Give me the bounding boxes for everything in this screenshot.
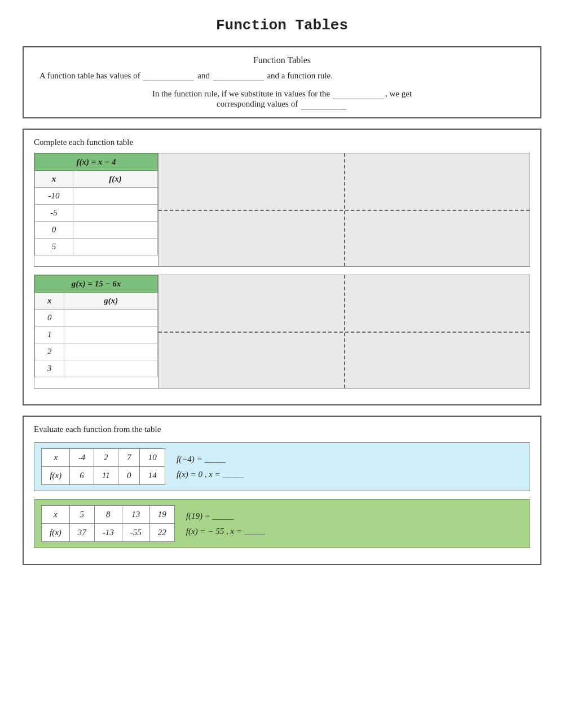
x-cell: -5 [35,205,73,222]
x-cell: 0 [35,310,64,327]
table-row: x-42710 [42,449,165,467]
table1-col1: x [35,171,73,188]
table1-col2: f(x) [73,171,158,188]
table-row: 0 [35,222,158,239]
blank-input[interactable] [213,71,264,81]
table-row: 5 [35,239,158,255]
eval-q1-2: f(19) = _____ [186,511,265,521]
x-cell: 5 [35,239,73,255]
graph-area-1 [158,153,530,266]
h-axis-2 [158,332,530,333]
table2-col2: g(x) [64,293,158,310]
x-cell: 1 [35,327,64,343]
fx-cell[interactable] [73,239,158,255]
eval-table-2: x581319f(x)37-13-5522 [41,505,175,542]
table-row: f(x)37-13-5522 [42,524,175,542]
cell-value: -4 [70,449,94,467]
evaluate-label: Evaluate each function from the table [34,425,530,434]
eval-q2-1: f(x) = 0 , x = _____ [177,470,244,479]
blank-input[interactable] [333,89,384,99]
table-row: 0 [35,310,158,327]
table-row: x581319 [42,506,175,524]
complete-label: Complete each function table [34,138,530,147]
cell-value: 11 [94,467,118,485]
table-row: -5 [35,205,158,222]
x-cell: 2 [35,343,64,360]
x-cell: 0 [35,222,73,239]
table-row: -10 [35,188,158,205]
complete-section: Complete each function table f(x) = x − … [23,129,541,405]
cell-value: 2 [94,449,118,467]
evaluate-section: Evaluate each function from the table x-… [23,416,541,565]
cell-value: 14 [140,467,165,485]
info-line2: In the function rule, if we substitute i… [34,89,530,109]
blank-input[interactable] [301,99,346,109]
func-table-2: g(x) = 15 − 6x x g(x) 0123 [34,275,158,388]
cell-value: 13 [122,506,149,524]
cell-value: -55 [122,524,149,542]
cell-value: 19 [149,506,174,524]
table-row: 3 [35,360,158,377]
row-label: x [42,506,70,524]
row-label: f(x) [42,467,70,485]
cell-value: 7 [118,449,139,467]
func-table-1: f(x) = x − 4 x f(x) -10-505 [34,153,158,266]
fx-cell[interactable] [64,360,158,377]
table2-col1: x [35,293,64,310]
fx-cell[interactable] [64,310,158,327]
table-row: 2 [35,343,158,360]
table-row: 1 [35,327,158,343]
fx-cell[interactable] [73,222,158,239]
table1-rule: f(x) = x − 4 [35,154,158,171]
cell-value: 22 [149,524,174,542]
table-row: f(x)611014 [42,467,165,485]
fx-cell[interactable] [73,188,158,205]
info-section: Function Tables A function table has val… [23,46,541,118]
graph-area-2 [158,275,530,388]
eval-questions-2: f(19) = _____ f(x) = − 55 , x = _____ [186,511,265,536]
eval-box-2: x581319f(x)37-13-5522 f(19) = _____ f(x)… [34,499,530,548]
info-title: Function Tables [34,55,530,65]
eval-questions-1: f(−4) = _____ f(x) = 0 , x = _____ [177,455,244,479]
eval-table-1: x-42710f(x)611014 [41,448,165,485]
fx-cell[interactable] [73,205,158,222]
function-pair-2: g(x) = 15 − 6x x g(x) 0123 [34,275,530,389]
row-label: x [42,449,70,467]
eval-q2-2: f(x) = − 55 , x = _____ [186,527,265,536]
h-axis-1 [158,210,530,211]
blank-input[interactable] [143,71,194,81]
cell-value: -13 [94,524,122,542]
x-cell: -10 [35,188,73,205]
eval-q1-1: f(−4) = _____ [177,455,244,464]
fx-cell[interactable] [64,327,158,343]
main-title: Function Tables [23,17,541,34]
cell-value: 0 [118,467,139,485]
row-label: f(x) [42,524,70,542]
table2-rule: g(x) = 15 − 6x [35,276,158,293]
function-pair-1: f(x) = x − 4 x f(x) -10-505 [34,153,530,267]
cell-value: 8 [94,506,122,524]
eval-box-1: x-42710f(x)611014 f(−4) = _____ f(x) = 0… [34,442,530,491]
fx-cell[interactable] [64,343,158,360]
cell-value: 37 [69,524,94,542]
cell-value: 10 [140,449,165,467]
x-cell: 3 [35,360,64,377]
cell-value: 5 [69,506,94,524]
info-line1: A function table has values of and and a… [34,71,530,81]
cell-value: 6 [70,467,94,485]
